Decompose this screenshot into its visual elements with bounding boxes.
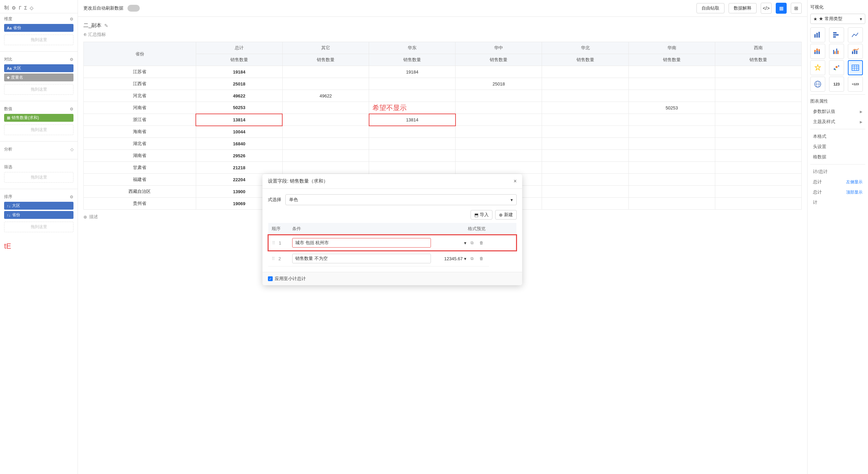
sidebar-item-sales-qty[interactable]: ▦ 销售数量(求和): [4, 114, 73, 122]
table-row: 河南省 50253 希望不显示 50253: [84, 102, 802, 114]
free-drill-button[interactable]: 自由钻取: [696, 3, 724, 13]
sidebar-item-sort-province[interactable]: ↑↓ 省份: [4, 211, 73, 219]
central-cell: 25018: [456, 78, 542, 90]
delete-icon-1[interactable]: 🗑: [477, 239, 486, 247]
sw-cell: [715, 162, 801, 174]
add-metric[interactable]: ⊕ 汇总指标: [83, 31, 802, 38]
chart-type-number[interactable]: 123: [829, 77, 844, 92]
other-cell: 49622: [282, 90, 369, 102]
delete-icon-2[interactable]: 🗑: [477, 254, 486, 263]
svg-rect-15: [838, 51, 839, 54]
total-sales-sub: 销售数量: [196, 54, 282, 66]
preview-cell-2: 12345.67 ▾ ⧉ 🗑: [434, 251, 489, 266]
data-explain-button[interactable]: 数据解释: [729, 3, 757, 13]
sw-cell: [715, 90, 801, 102]
table-chart-svg: [851, 64, 859, 72]
chart-type-comparison[interactable]: ≈123: [848, 77, 863, 92]
param-defaults-item[interactable]: 参数默认值 ▶: [810, 106, 865, 117]
central-cell: [456, 114, 542, 126]
copy-icon-2[interactable]: ⧉: [468, 254, 476, 263]
chart-type-star[interactable]: [810, 60, 825, 75]
south-cell: 50253: [628, 102, 715, 114]
chart-type-horizontal[interactable]: [829, 27, 844, 42]
sidebar-item-province[interactable]: Aa 省份: [4, 24, 73, 32]
south-cell: [628, 138, 715, 150]
apply-checkbox[interactable]: [268, 276, 273, 281]
subtotal-item[interactable]: 计/总计: [810, 167, 865, 177]
sw-cell: [715, 78, 801, 90]
province-cell: 江苏省: [84, 66, 196, 78]
favorite-type-label: ★ 常用类型: [819, 16, 860, 22]
svg-marker-19: [815, 65, 820, 70]
code-icon-button[interactable]: </>: [761, 3, 772, 14]
central-col-header: 华中: [456, 42, 542, 54]
dimension-gear-icon[interactable]: ⚙: [70, 17, 73, 22]
sidebar-item-region[interactable]: Aa 大区: [4, 64, 73, 72]
format-item[interactable]: 本格式: [810, 131, 865, 142]
modal-close-button[interactable]: ×: [514, 178, 517, 184]
auto-refresh-toggle[interactable]: [127, 5, 140, 12]
chart-type-line[interactable]: [848, 27, 863, 42]
condition-input-1[interactable]: 城市 包括 杭州市: [292, 238, 431, 248]
chart-type-combo[interactable]: [848, 44, 863, 59]
chart-type-table[interactable]: [848, 60, 863, 75]
condition-modal: 设置字段: 销售数量（求和） × 式选择 单色 ▾ ⬒ 导入: [262, 174, 522, 285]
bar-chart-view-button[interactable]: ▦: [776, 3, 787, 14]
preview-chevron-1[interactable]: ▾: [464, 240, 466, 246]
south-cell: [628, 78, 715, 90]
modal-actions: ⬒ 导入 ⊕ 新建: [268, 210, 517, 220]
east-sales-sub: 销售数量: [369, 54, 456, 66]
drag-handle-2[interactable]: ⠿: [272, 256, 275, 261]
sigma-icon[interactable]: Σ: [24, 5, 27, 11]
north-cell: [542, 138, 628, 150]
seq-cell-2: ⠿ 2: [268, 251, 289, 266]
theme-style-item[interactable]: 主题及样式 ▶: [810, 117, 865, 127]
region-label: 大区: [13, 65, 21, 71]
chart-type-grouped[interactable]: [829, 44, 844, 59]
drag-handle-1[interactable]: ⠿: [272, 240, 275, 246]
new-button[interactable]: ⊕ 新建: [495, 210, 517, 220]
sort-gear-icon[interactable]: ⚙: [70, 195, 73, 199]
bottom-total-item[interactable]: 计: [810, 197, 865, 208]
condition-input-2[interactable]: 销售数量 不为空: [292, 254, 431, 263]
diamond-icon[interactable]: ◇: [30, 5, 33, 11]
analysis-icon[interactable]: ◇: [70, 147, 73, 152]
compare-gear-icon[interactable]: ⚙: [70, 57, 73, 62]
gamma-icon[interactable]: Γ: [19, 5, 22, 11]
sidebar-item-sort-region[interactable]: ↑↓ 大区: [4, 202, 73, 210]
copy-icon-1[interactable]: ⧉: [468, 239, 476, 247]
chart-type-scatter[interactable]: [829, 60, 844, 75]
central-cell: [456, 102, 542, 114]
chart-type-stacked[interactable]: [810, 44, 825, 59]
east-cell: 19184: [369, 66, 456, 78]
favorite-type-select[interactable]: ★ ★ 常用类型 ▾: [810, 14, 865, 24]
style-select[interactable]: 单色 ▾: [285, 194, 517, 205]
grid-data-item[interactable]: 格数据: [810, 152, 865, 162]
edit-title-icon[interactable]: ✎: [104, 23, 108, 28]
compare-dropzone[interactable]: 拖到这里: [4, 84, 73, 95]
sidebar-item-measure-name[interactable]: ◆ 度量名: [4, 74, 73, 81]
south-cell: [628, 198, 715, 210]
sort-dropzone[interactable]: 拖到这里: [4, 222, 73, 232]
value-dropzone[interactable]: 拖到这里: [4, 124, 73, 135]
value-gear-icon[interactable]: ⚙: [70, 107, 73, 111]
settings-icon[interactable]: ⚙: [12, 5, 16, 11]
edit-icon[interactable]: 制: [4, 5, 9, 11]
province-col-header: 省份: [84, 42, 196, 66]
total-cell: 50253: [196, 102, 282, 114]
plus-icon[interactable]: ⊕: [83, 214, 87, 220]
filter-dropzone[interactable]: 拖到这里: [4, 172, 73, 183]
chart-type-bar[interactable]: [810, 27, 825, 42]
sort-section: 排序 ⚙ ↑↓ 大区 ↑↓ 省份 拖到这里: [0, 191, 78, 236]
svg-rect-8: [816, 51, 818, 54]
header-item[interactable]: 头设置: [810, 142, 865, 152]
table-view-button[interactable]: ⊞: [791, 3, 802, 14]
bottom-annotation: tE: [0, 236, 78, 256]
table-row: 河北省 49622 49622: [84, 90, 802, 102]
chart-type-map[interactable]: [810, 77, 825, 92]
import-button[interactable]: ⬒ 导入: [471, 210, 492, 220]
new-label: 新建: [504, 212, 513, 218]
preview-chevron-2[interactable]: ▾: [464, 256, 466, 261]
theme-style-label: 主题及样式: [813, 119, 835, 125]
dimension-dropzone[interactable]: 拖到这里: [4, 35, 73, 45]
